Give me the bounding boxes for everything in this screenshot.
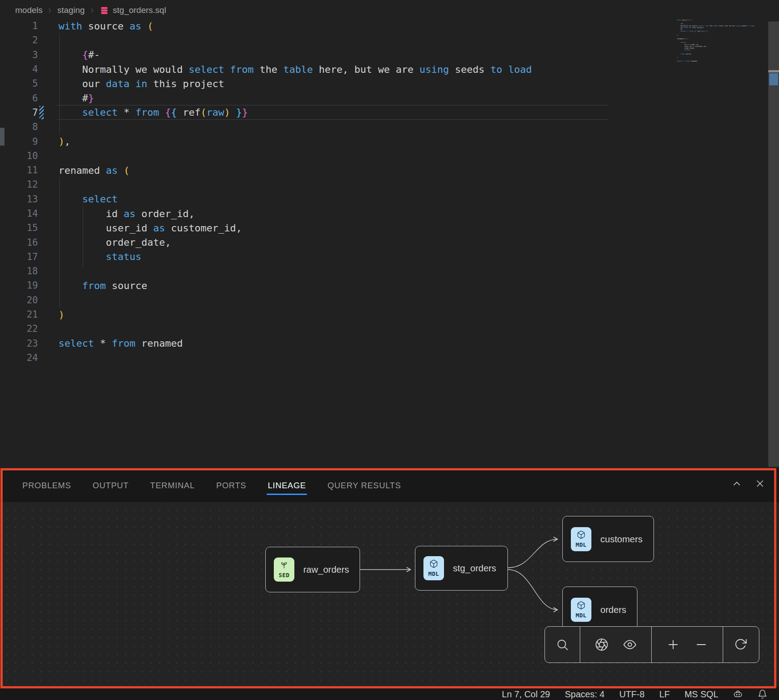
- minimap[interactable]: with source as ( {#- Normally we would s…: [677, 19, 754, 64]
- badge-label: MDL: [428, 570, 439, 577]
- code-line-23[interactable]: 23select * from renamed: [0, 336, 670, 351]
- line-number: 17: [0, 251, 38, 262]
- editor-scrollbar[interactable]: [768, 21, 779, 467]
- node-label: customers: [600, 534, 643, 545]
- badge-label: SED: [279, 572, 289, 578]
- code-line-9[interactable]: 9),: [0, 134, 670, 148]
- code-line-7[interactable]: 7 select * from {{ ref(raw) }}: [0, 105, 670, 120]
- aperture-icon: [595, 646, 609, 653]
- code-area[interactable]: 1with source as (23 {#-4 Normally we wou…: [0, 19, 670, 365]
- tab-query-results[interactable]: QUERY RESULTS: [327, 477, 402, 496]
- code-line-20[interactable]: 20: [0, 293, 670, 307]
- zoom-in-button[interactable]: [666, 637, 680, 652]
- code-line-text: user_id as customer_id,: [38, 222, 242, 234]
- status-spaces-4[interactable]: Spaces: 4: [565, 689, 604, 700]
- panel-tab-bar: PROBLEMSOUTPUTTERMINALPORTSLINEAGEQUERY …: [0, 470, 779, 502]
- seed-badge: SED: [274, 557, 294, 582]
- code-line-text: order_date,: [38, 237, 171, 248]
- chevron-up-icon[interactable]: [731, 478, 742, 489]
- bell-icon[interactable]: [758, 689, 767, 699]
- code-line-24[interactable]: 24: [0, 351, 670, 365]
- tab-terminal[interactable]: TERMINAL: [149, 477, 196, 496]
- search-icon: [555, 646, 570, 653]
- lineage-canvas[interactable]: SEDraw_ordersMDLstg_ordersMDLcustomersMD…: [0, 502, 779, 687]
- code-line-15[interactable]: 15 user_id as customer_id,: [0, 221, 670, 235]
- node-label: stg_orders: [453, 563, 496, 574]
- close-icon[interactable]: [754, 478, 766, 489]
- vscode-window: models staging stg_orders.sql 1with sour…: [0, 0, 779, 700]
- code-line-text: status: [38, 251, 141, 262]
- code-line-1[interactable]: 1with source as (: [0, 19, 670, 33]
- code-line-17[interactable]: 17 status: [0, 250, 670, 264]
- overview-ruler-modified-marker: [769, 73, 778, 85]
- line-number: 18: [0, 266, 38, 277]
- code-line-text: select: [38, 193, 117, 205]
- line-number: 22: [0, 323, 38, 334]
- code-line-8[interactable]: 8: [0, 120, 670, 134]
- chevron-right-icon: [46, 7, 53, 14]
- line-number: 6: [0, 93, 38, 104]
- code-line-12[interactable]: 12: [0, 177, 670, 192]
- code-line-16[interactable]: 16 order_date,: [0, 235, 670, 249]
- line-number: 14: [0, 208, 38, 219]
- code-line-4[interactable]: 4 Normally we would select from the tabl…: [0, 62, 670, 76]
- status-ms-sql[interactable]: MS SQL: [684, 689, 718, 700]
- editor-pane: models staging stg_orders.sql 1with sour…: [0, 0, 779, 468]
- refresh-button[interactable]: [733, 637, 748, 652]
- status-utf-8[interactable]: UTF-8: [619, 689, 645, 700]
- line-number: 15: [0, 222, 38, 233]
- breadcrumb-item-staging[interactable]: staging: [57, 5, 84, 15]
- line-number: 7: [0, 107, 38, 118]
- line-number: 1: [0, 21, 38, 31]
- code-line-21[interactable]: 21): [0, 307, 670, 322]
- zoom-out-button[interactable]: [694, 637, 708, 652]
- seedling-icon: [280, 561, 289, 571]
- code-line-14[interactable]: 14 id as order_id,: [0, 206, 670, 221]
- lineage-node-stg_orders[interactable]: MDLstg_orders: [415, 546, 508, 591]
- code-line-2[interactable]: 2: [0, 33, 670, 47]
- breadcrumb: models staging stg_orders.sql: [15, 3, 166, 17]
- lineage-toolbar: [544, 626, 759, 663]
- code-line-3[interactable]: 3 {#-: [0, 48, 670, 62]
- model-badge: MDL: [423, 556, 444, 580]
- breadcrumb-item-models[interactable]: models: [15, 5, 42, 15]
- line-number: 2: [0, 35, 38, 46]
- model-badge: MDL: [571, 598, 591, 622]
- status-bar: Ln 7, Col 29Spaces: 4UTF-8LFMS SQL: [0, 688, 779, 700]
- aperture-button[interactable]: [595, 637, 609, 652]
- toolbar-group: [545, 627, 580, 662]
- lineage-node-customers[interactable]: MDLcustomers: [562, 516, 654, 562]
- eye-button[interactable]: [623, 637, 637, 652]
- code-line-5[interactable]: 5 our data in this project: [0, 76, 670, 91]
- status-lf[interactable]: LF: [659, 689, 670, 700]
- code-line-13[interactable]: 13 select: [0, 192, 670, 206]
- breadcrumb-file-name[interactable]: stg_orders.sql: [113, 5, 166, 15]
- copilot-icon[interactable]: [733, 689, 743, 699]
- tab-ports[interactable]: PORTS: [215, 477, 247, 496]
- line-number: 12: [0, 179, 38, 190]
- cube-icon: [577, 530, 586, 541]
- chevron-right-icon: [89, 7, 96, 14]
- status-ln-7-col-29[interactable]: Ln 7, Col 29: [502, 689, 550, 700]
- code-line-11[interactable]: 11renamed as (: [0, 163, 670, 177]
- code-line-19[interactable]: 19 from source: [0, 278, 670, 293]
- toolbar-group: [651, 627, 723, 662]
- overview-ruler-band: [768, 70, 779, 72]
- line-number: 23: [0, 338, 38, 349]
- node-label: orders: [600, 604, 626, 615]
- tab-problems[interactable]: PROBLEMS: [21, 477, 72, 496]
- tab-output[interactable]: OUTPUT: [92, 477, 130, 496]
- lineage-node-raw_orders[interactable]: SEDraw_orders: [265, 547, 360, 592]
- code-line-text: select * from {{ ref(raw) }}: [38, 107, 248, 118]
- code-line-6[interactable]: 6 #}: [0, 91, 670, 105]
- search-button[interactable]: [555, 637, 570, 652]
- code-line-text: our data in this project: [38, 78, 224, 89]
- tab-lineage[interactable]: LINEAGE: [267, 477, 307, 496]
- code-line-text: select * from renamed: [38, 338, 183, 349]
- code-line-22[interactable]: 22: [0, 322, 670, 336]
- cube-icon: [429, 559, 438, 570]
- code-line-text: id as order_id,: [38, 208, 195, 219]
- code-line-18[interactable]: 18: [0, 264, 670, 278]
- line-number: 24: [0, 352, 38, 363]
- code-line-10[interactable]: 10: [0, 149, 670, 163]
